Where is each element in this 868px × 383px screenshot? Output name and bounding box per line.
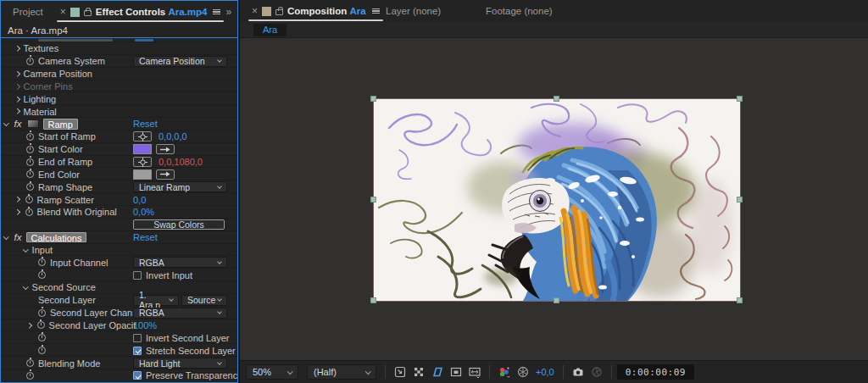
disclosure-icon[interactable] <box>26 323 31 328</box>
stopwatch-icon[interactable] <box>26 158 34 166</box>
group-row-material[interactable]: Material <box>1 105 237 118</box>
selection-handle-bottom-left[interactable] <box>370 297 376 303</box>
disclosure-icon[interactable] <box>14 84 19 89</box>
effect-header-ramp[interactable]: fxRampReset <box>1 118 237 130</box>
close-icon[interactable]: × <box>252 6 258 16</box>
disclosure-icon[interactable] <box>14 209 19 214</box>
swap-colors-button[interactable]: Swap Colors <box>133 219 225 230</box>
end-color-swatch[interactable] <box>133 169 152 180</box>
effect-name-chip[interactable]: Calculations <box>26 232 87 243</box>
stopwatch-icon[interactable] <box>38 334 46 341</box>
composition-canvas[interactable] <box>374 99 740 301</box>
reset-link[interactable]: Reset <box>133 119 158 129</box>
channel-settings-button[interactable] <box>496 364 513 380</box>
grid-and-guides-button[interactable] <box>392 364 409 380</box>
tab-overflow-icon[interactable]: » <box>225 6 237 18</box>
lock-icon[interactable] <box>275 9 283 15</box>
effect-name-chip[interactable]: Ramp <box>43 119 78 130</box>
resolution-dropdown[interactable]: (Half) <box>307 364 376 380</box>
scrub-value[interactable]: 0,0% <box>133 207 154 217</box>
stopwatch-icon[interactable] <box>38 258 46 266</box>
disclosure-icon[interactable] <box>14 108 19 114</box>
group-row-second-source[interactable]: Second Source <box>1 281 237 294</box>
selection-handle-top-right[interactable] <box>737 96 743 102</box>
stopwatch-icon[interactable] <box>26 133 34 141</box>
stopwatch-icon[interactable] <box>38 347 46 354</box>
point-picker-icon[interactable] <box>133 131 152 142</box>
group-row-corner-pins[interactable]: Corner Pins <box>1 80 237 93</box>
transparency-grid-button[interactable] <box>410 364 427 380</box>
stopwatch-icon[interactable] <box>26 170 34 178</box>
stopwatch-icon[interactable] <box>25 196 33 203</box>
show-snapshot-button[interactable] <box>588 364 605 380</box>
group-row-input[interactable]: Input <box>1 244 237 257</box>
selection-handle-top-left[interactable] <box>370 96 376 102</box>
tab-composition[interactable]: × Composition Ara <box>247 0 385 22</box>
second-layer-dropdown[interactable]: 1. Ara.n <box>133 295 179 306</box>
invert-input-checkbox[interactable] <box>133 271 142 280</box>
reset-link[interactable]: Reset <box>133 232 158 242</box>
disclosure-icon[interactable] <box>14 97 19 102</box>
stopwatch-icon[interactable] <box>26 359 34 367</box>
camera-system-dropdown[interactable]: Camera Position <box>133 56 227 67</box>
second-layer-source-dropdown[interactable]: Source <box>181 295 227 306</box>
start-color-swatch[interactable] <box>133 144 152 154</box>
lock-icon[interactable] <box>84 10 92 16</box>
selection-handle-mid-left[interactable] <box>370 197 376 203</box>
panel-menu-icon[interactable] <box>372 8 380 14</box>
preserve-transparency-checkbox[interactable] <box>133 371 142 380</box>
mask-visibility-button[interactable] <box>429 364 446 380</box>
selection-handle-bottom-center[interactable] <box>554 297 559 303</box>
disclosure-icon[interactable] <box>3 120 8 125</box>
breadcrumb-comp-name[interactable]: Ara <box>253 24 287 36</box>
tab-layer[interactable]: Layer (none) <box>386 0 441 22</box>
eyedropper-icon[interactable] <box>156 169 175 180</box>
effect-header-calculations[interactable]: fxCalculationsReset <box>1 231 237 244</box>
panel-menu-icon[interactable] <box>213 9 220 15</box>
snapshot-button[interactable] <box>570 364 587 380</box>
exposure-button[interactable] <box>515 364 531 380</box>
stopwatch-icon[interactable] <box>26 372 34 380</box>
selection-handle-bottom-right[interactable] <box>737 297 743 303</box>
selection-handle-mid-right[interactable] <box>737 197 743 203</box>
tab-effect-controls[interactable]: × Effect Controls Ara.mp4 <box>55 1 226 23</box>
scrub-value[interactable]: 0,0 <box>133 195 146 205</box>
point-value[interactable]: 0,0,0,0 <box>159 131 187 142</box>
stopwatch-icon[interactable] <box>26 146 34 153</box>
exposure-value[interactable]: +0,0 <box>536 367 554 377</box>
stopwatch-icon[interactable] <box>37 321 45 329</box>
stopwatch-icon[interactable] <box>38 309 46 317</box>
selection-handle-top-center[interactable] <box>554 96 559 102</box>
pixel-aspect-correction-button[interactable] <box>466 364 483 380</box>
stopwatch-icon[interactable] <box>38 271 46 279</box>
blending-mode-dropdown[interactable]: Hard Light <box>133 358 227 369</box>
stopwatch-icon[interactable] <box>25 208 33 216</box>
magnification-dropdown[interactable]: 50% <box>246 364 298 380</box>
point-picker-icon[interactable] <box>133 157 152 167</box>
stopwatch-icon[interactable] <box>26 58 34 65</box>
disclosure-icon[interactable] <box>14 71 19 76</box>
group-row-textures[interactable]: Textures <box>1 42 237 55</box>
timecode-display[interactable]: 0:00:00:09 <box>617 364 694 380</box>
group-row-lighting[interactable]: Lighting <box>1 92 237 105</box>
close-icon[interactable]: × <box>60 7 66 17</box>
scrub-value[interactable]: 100% <box>133 320 157 330</box>
disclosure-icon[interactable] <box>3 234 8 239</box>
invert-second-layer-checkbox[interactable] <box>133 334 142 342</box>
group-row-camera-position[interactable]: Camera Position <box>1 68 237 80</box>
input-channel-dropdown[interactable]: RGBA <box>133 257 227 268</box>
tab-project[interactable]: Project <box>1 7 55 17</box>
stretch-second-layer-checkbox[interactable] <box>133 347 142 355</box>
disclosure-icon[interactable] <box>14 46 19 51</box>
ramp-shape-dropdown[interactable]: Linear Ramp <box>133 181 227 192</box>
stopwatch-icon[interactable] <box>26 183 34 191</box>
second-layer-channel-dropdown[interactable]: RGBA <box>133 308 227 319</box>
disclosure-icon[interactable] <box>23 284 28 289</box>
composition-viewer[interactable] <box>240 38 868 360</box>
disclosure-icon[interactable] <box>14 197 19 202</box>
point-value[interactable]: 0,0,1080,0 <box>159 157 203 167</box>
region-of-interest-button[interactable] <box>448 364 465 380</box>
eyedropper-icon[interactable] <box>156 144 175 154</box>
disclosure-icon[interactable] <box>23 247 28 252</box>
tab-footage[interactable]: Footage (none) <box>486 0 553 22</box>
